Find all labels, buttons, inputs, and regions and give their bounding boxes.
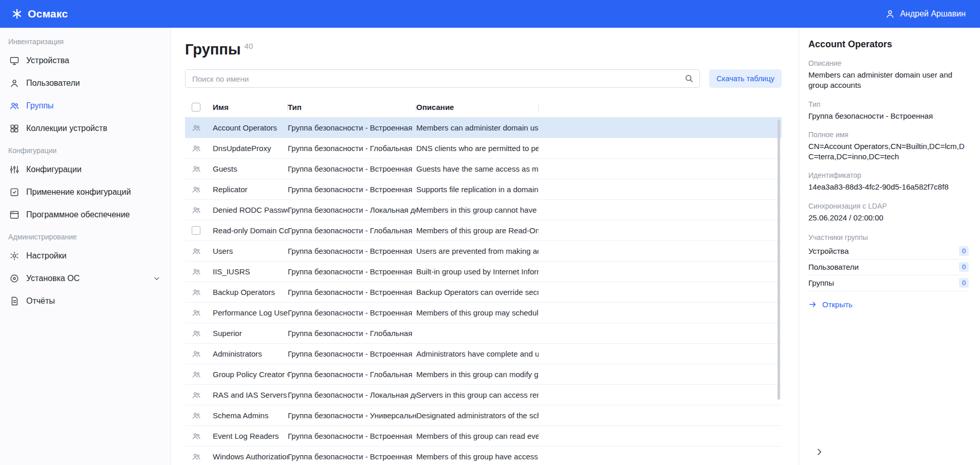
cell-type: Группа безопасности - Глобальная [288, 370, 416, 379]
table-row[interactable]: Event Log Readers Группа безопасности - … [185, 426, 782, 447]
select-all-checkbox[interactable] [192, 103, 200, 111]
table-row[interactable]: Superior Группа безопасности - Глобальна… [185, 323, 782, 344]
column-header-name: Имя [213, 97, 288, 117]
download-table-button[interactable]: Скачать таблицу [709, 69, 782, 88]
sidebar-item-apply-configurations[interactable]: Применение конфигураций [0, 181, 170, 203]
members-row-groups[interactable]: Группы 0 [808, 275, 969, 291]
table-row[interactable]: Backup Operators Группа безопасности - В… [185, 282, 782, 303]
table-row[interactable]: Read-only Domain Controllers Группа безо… [185, 220, 782, 241]
column-header-type: Тип [288, 97, 416, 117]
cell-name: Denied RODC Password Replication Group [213, 206, 288, 214]
members-label: Участники группы [808, 233, 969, 241]
group-icon [192, 123, 201, 133]
field-full-name: Полное имя CN=Account Operators,CN=Built… [808, 131, 969, 162]
sidebar-item-groups[interactable]: Группы [0, 95, 170, 117]
search-box [185, 69, 700, 88]
user-menu[interactable]: Андрей Аршавин [885, 9, 966, 19]
sidebar-item-label: Установка ОС [26, 274, 80, 283]
table-row[interactable]: Users Группа безопасности - Встроенная U… [185, 241, 782, 262]
sidebar-item-configurations[interactable]: Конфигурации [0, 158, 170, 181]
sidebar-item-label: Настройки [26, 251, 66, 261]
field-identifier: Идентификатор 14ea3a83-88d3-4fc2-90d5-16… [808, 171, 969, 192]
cell-type: Группа безопасности - Глобальная [288, 226, 416, 235]
group-icon [192, 267, 201, 276]
collapse-panel-chevron-right-icon[interactable] [815, 447, 824, 457]
group-icon [192, 185, 201, 194]
cell-type: Группа безопасности - Локальная домена [288, 390, 416, 399]
cell-type: Группа безопасности - Встроенная [288, 267, 416, 276]
grid-icon [9, 123, 20, 134]
cell-description: Members of this group are Read-Only Doma… [416, 226, 539, 235]
group-icon [192, 144, 201, 153]
field-value: 14ea3a83-88d3-4fc2-90d5-16a582f7c8f8 [808, 182, 969, 192]
table-row[interactable]: Administrators Группа безопасности - Вст… [185, 344, 782, 364]
group-icon [192, 247, 201, 256]
cell-description: Members in this group cannot have their … [416, 206, 539, 214]
cell-name: Superior [213, 329, 288, 338]
group-members: Участники группы Устройства 0 Пользовате… [808, 233, 969, 291]
details-panel: Account Operators Описание Members can a… [799, 28, 980, 465]
field-value: 25.06.2024 / 02:00:00 [808, 213, 969, 223]
sidebar-item-label: Конфигурации [26, 165, 82, 174]
sidebar-item-software[interactable]: Программное обеспечение [0, 203, 170, 226]
monitor-icon [9, 55, 20, 66]
cell-type: Группа безопасности - Локальная домена [288, 206, 416, 214]
table-row[interactable]: Replicator Группа безопасности - Встроен… [185, 179, 782, 200]
table-row[interactable]: DnsUpdateProxy Группа безопасности - Гло… [185, 138, 782, 159]
cell-type: Группа безопасности - Глобальная [288, 329, 416, 338]
table-scrollbar[interactable] [778, 120, 780, 400]
group-icon [192, 452, 201, 461]
cell-name: Account Operators [213, 123, 288, 132]
sidebar-section-inventory: Инвентаризация [0, 31, 170, 49]
table-row[interactable]: Performance Log Users Группа безопасност… [185, 303, 782, 323]
table-row[interactable]: Windows Authorization Access Group Групп… [185, 447, 782, 465]
sidebar-item-reports[interactable]: Отчёты [0, 290, 170, 312]
cell-name: Backup Operators [213, 288, 288, 296]
users-icon [9, 101, 20, 111]
table-row[interactable]: Denied RODC Password Replication Group Г… [185, 200, 782, 220]
members-row-users[interactable]: Пользователи 0 [808, 259, 969, 275]
row-checkbox[interactable] [192, 226, 200, 235]
cell-description: Built-in group used by Internet Informat… [416, 267, 539, 276]
table-header: Имя Тип Описание [185, 97, 782, 118]
group-icon [192, 390, 201, 400]
search-icon[interactable] [684, 73, 694, 83]
cell-name: DnsUpdateProxy [213, 144, 288, 153]
count-badge: 0 [959, 278, 969, 288]
cell-description: Administrators have complete and unrestr… [416, 349, 539, 358]
table-row[interactable]: Schema Admins Группа безопасности - Унив… [185, 405, 782, 426]
field-ldap-sync: Синхронизация с LDAP 25.06.2024 / 02:00:… [808, 202, 969, 223]
table-row[interactable]: Group Policy Creator Owners Группа безоп… [185, 364, 782, 385]
main-content: Группы40 Скачать таблицу Имя Тип Описани… [171, 28, 799, 465]
cell-type: Группа безопасности - Встроенная [288, 452, 416, 461]
reports-icon [9, 296, 20, 306]
table-row[interactable]: Account Operators Группа безопасности - … [185, 118, 782, 138]
sidebar-item-settings[interactable]: Настройки [0, 245, 170, 267]
cell-description: Servers in this group can access remote … [416, 390, 539, 399]
open-group-link[interactable]: Открыть [808, 300, 853, 309]
sidebar-item-device-collections[interactable]: Коллекции устройств [0, 117, 170, 140]
cell-name: Performance Log Users [213, 308, 288, 317]
count-badge: 0 [959, 262, 969, 272]
arrow-right-icon [808, 300, 817, 309]
sidebar-item-label: Пользователи [26, 79, 80, 88]
sidebar-item-label: Программное обеспечение [26, 210, 130, 219]
table-row[interactable]: RAS and IAS Servers Группа безопасности … [185, 385, 782, 405]
sidebar: Инвентаризация Устройства Пользователи Г… [0, 28, 171, 465]
count-badge: 0 [959, 246, 969, 256]
sidebar-section-administration: Администрирование [0, 226, 170, 245]
field-label: Синхронизация с LDAP [808, 202, 969, 210]
table-row[interactable]: Guests Группа безопасности - Встроенная … [185, 159, 782, 179]
members-row-devices[interactable]: Устройства 0 [808, 244, 969, 259]
sidebar-item-devices[interactable]: Устройства [0, 49, 170, 72]
search-input[interactable] [185, 69, 700, 88]
cell-name: Windows Authorization Access Group [213, 452, 288, 461]
cell-description: Members in this group can modify group p… [416, 370, 539, 379]
sidebar-item-users[interactable]: Пользователи [0, 72, 170, 95]
field-value: CN=Account Operators,CN=Builtin,DC=lcm,D… [808, 141, 969, 162]
sidebar-item-os-install[interactable]: Установка ОС [0, 267, 170, 290]
brand-name: Осмакс [28, 8, 68, 20]
cell-type: Группа безопасности - Встроенная [288, 247, 416, 255]
cell-name: Event Log Readers [213, 432, 288, 440]
table-row[interactable]: IIS_IUSRS Группа безопасности - Встроенн… [185, 262, 782, 282]
